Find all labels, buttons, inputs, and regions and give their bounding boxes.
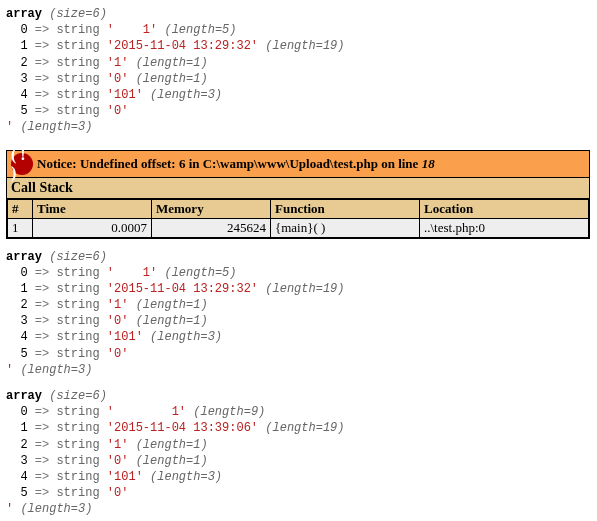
cell-memory: 245624 bbox=[152, 218, 271, 237]
col-time: Time bbox=[33, 199, 152, 218]
notice-msg-a: Undefined offset: 6 in bbox=[80, 156, 203, 171]
col-location: Location bbox=[420, 199, 589, 218]
notice-text: Notice: Undefined offset: 6 in C:\wamp\w… bbox=[37, 156, 435, 172]
col-index: # bbox=[8, 199, 33, 218]
notice-header: ( ! ) Notice: Undefined offset: 6 in C:\… bbox=[7, 151, 589, 178]
table-row: 1 0.0007 245624 {main}( ) ..\test.php:0 bbox=[8, 218, 589, 237]
notice-path: C:\wamp\www\Upload\test.php bbox=[203, 156, 378, 171]
cell-time: 0.0007 bbox=[33, 218, 152, 237]
php-notice-box: ( ! ) Notice: Undefined offset: 6 in C:\… bbox=[6, 150, 590, 239]
var-dump-block: array (size=6) 0 => string ' 1' (length=… bbox=[6, 388, 591, 518]
error-icon: ( ! ) bbox=[11, 153, 33, 175]
col-function: Function bbox=[271, 199, 420, 218]
cell-index: 1 bbox=[8, 218, 33, 237]
call-stack-title: Call Stack bbox=[7, 178, 589, 199]
cell-function: {main}( ) bbox=[271, 218, 420, 237]
col-memory: Memory bbox=[152, 199, 271, 218]
cell-location: ..\test.php:0 bbox=[420, 218, 589, 237]
var-dump-block: array (size=6) 0 => string ' 1' (length=… bbox=[6, 6, 591, 136]
notice-msg-c: on line bbox=[378, 156, 422, 171]
call-stack-table: # Time Memory Function Location 1 0.0007… bbox=[7, 199, 589, 238]
notice-label: Notice: bbox=[37, 156, 77, 171]
notice-line: 18 bbox=[422, 156, 435, 171]
var-dump-block: array (size=6) 0 => string ' 1' (length=… bbox=[6, 249, 591, 379]
